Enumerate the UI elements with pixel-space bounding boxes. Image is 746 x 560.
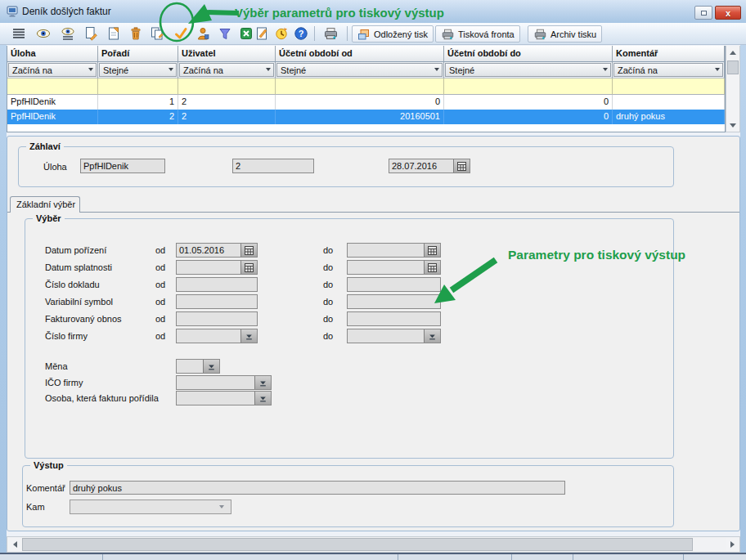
user-icon[interactable] (195, 25, 211, 42)
calendar-icon (457, 162, 466, 171)
column-header-uzivatel[interactable]: Uživatel (178, 46, 276, 62)
view-detail-icon[interactable] (60, 25, 76, 42)
kam-label: Kam (26, 502, 45, 512)
grid-vertical-scrollbar[interactable] (726, 46, 740, 132)
datum-splatnosti-od-field[interactable] (176, 260, 258, 275)
filter-input-ucetni-obdobi-od[interactable] (276, 78, 444, 95)
od-label: od (155, 297, 165, 307)
print-icon[interactable] (322, 25, 339, 42)
filter-operator-uloha[interactable]: Začíná na (7, 62, 98, 78)
scrollbar-thumb[interactable] (727, 60, 739, 74)
komentar-field[interactable]: druhý pokus (70, 481, 565, 495)
table-cell-selected[interactable]: 20160501 (276, 110, 444, 124)
lookup-button[interactable] (254, 392, 271, 405)
edit-document-icon[interactable] (106, 25, 122, 42)
filter-input-komentar[interactable] (613, 78, 725, 95)
filter-input-ucetni-obdobi-do[interactable] (444, 78, 613, 95)
view-icon[interactable] (35, 25, 52, 42)
osoba-field[interactable] (176, 391, 272, 405)
calendar-button[interactable] (424, 261, 440, 274)
filter-icon[interactable] (217, 25, 233, 42)
scroll-right-button[interactable] (726, 538, 739, 551)
variabilni-symbol-do-field[interactable] (347, 294, 441, 309)
excel-export-icon[interactable] (238, 25, 254, 42)
task-date-field[interactable]: 28.07.2016 (389, 159, 470, 173)
lookup-button[interactable] (254, 376, 271, 389)
datum-splatnosti-do-field[interactable] (347, 260, 441, 275)
lookup-button[interactable] (424, 329, 440, 343)
cislo-firmy-do-field[interactable] (347, 329, 441, 343)
column-header-ucetni-obdobi-do[interactable]: Účetní období do (444, 46, 613, 62)
copy-document-icon[interactable] (149, 25, 165, 42)
confirm-icon[interactable] (173, 25, 189, 42)
help-icon[interactable]: ? (293, 25, 309, 42)
close-button[interactable]: x (715, 6, 741, 20)
print-archive-button[interactable]: Archiv tisku (528, 25, 602, 43)
table-cell-selected[interactable]: 2 (178, 110, 276, 124)
fakturovany-obnos-od-field[interactable] (176, 311, 258, 326)
filter-operator-ucetni-obdobi-do[interactable]: Stejné (444, 62, 613, 78)
table-cell-selected[interactable]: PpfHlDenik (7, 110, 98, 124)
chevron-down-icon (266, 68, 271, 71)
cislo-dokladu-do-field[interactable] (347, 277, 441, 292)
tab-zakladni-vyber[interactable]: Základní výběr (10, 196, 80, 213)
od-label: od (155, 245, 165, 255)
table-cell[interactable]: 1 (98, 95, 178, 110)
table-cell-selected[interactable]: 0 (444, 110, 613, 124)
datum-porizeni-od-field[interactable]: 01.05.2016 (176, 243, 258, 258)
scrollbar-thumb[interactable] (22, 538, 693, 551)
filter-operator-komentar[interactable]: Začíná na (613, 62, 725, 78)
lookup-button[interactable] (203, 360, 219, 373)
calendar-button[interactable] (424, 244, 440, 257)
filter-input-poradi[interactable] (98, 78, 178, 95)
cislo-firmy-od-field[interactable] (176, 329, 258, 343)
restore-button[interactable] (694, 6, 712, 20)
table-cell[interactable]: PpfHlDenik (7, 95, 98, 110)
column-header-poradi[interactable]: Pořadí (98, 46, 178, 62)
scroll-left-button[interactable] (8, 538, 21, 551)
print-queue-button[interactable]: Tisková fronta (435, 25, 520, 43)
column-header-komentar[interactable]: Komentář (613, 46, 725, 62)
scroll-up-button[interactable] (726, 46, 739, 59)
new-document-icon[interactable] (83, 25, 99, 42)
deferred-print-button[interactable]: Odložený tisk (352, 25, 434, 43)
table-cell-selected[interactable]: druhý pokus (613, 110, 725, 124)
protocol-icon[interactable] (254, 25, 270, 42)
mena-field[interactable] (176, 359, 220, 374)
calendar-button[interactable] (240, 261, 257, 274)
task-order-field[interactable]: 2 (232, 159, 314, 173)
column-header-uloha[interactable]: Úloha (7, 46, 98, 62)
datum-porizeni-do-field[interactable] (347, 243, 441, 258)
cislo-dokladu-od-field[interactable] (176, 277, 258, 292)
range-row-label: Datum splatnosti (45, 262, 112, 272)
restore-icon (701, 11, 707, 16)
filter-input-uloha[interactable] (7, 78, 98, 95)
od-label: od (155, 280, 165, 289)
filter-operator-uzivatel[interactable]: Začíná na (178, 62, 276, 78)
horizontal-scrollbar[interactable] (7, 536, 740, 553)
list-icon[interactable] (11, 25, 27, 42)
task-name-field[interactable]: PpfHlDenik (80, 159, 165, 173)
variabilni-symbol-od-field[interactable] (176, 294, 258, 309)
table-cell[interactable]: 2 (178, 95, 276, 110)
table-cell[interactable]: 0 (444, 95, 613, 110)
table-cell[interactable] (613, 95, 725, 110)
filter-input-uzivatel[interactable] (178, 78, 276, 95)
print-archive-icon (533, 28, 547, 41)
lookup-button[interactable] (240, 329, 257, 343)
calendar-button[interactable] (240, 244, 257, 257)
column-header-ucetni-obdobi-od[interactable]: Účetní období od (276, 46, 444, 62)
filter-operator-poradi[interactable]: Stejné (98, 62, 178, 78)
delete-icon[interactable] (128, 25, 144, 42)
kam-dropdown[interactable] (70, 500, 231, 514)
filter-operator-ucetni-obdobi-od[interactable]: Stejné (276, 62, 444, 78)
table-cell-selected[interactable]: 2 (98, 110, 178, 124)
toolbar-separator (314, 26, 315, 41)
history-icon[interactable] (273, 25, 290, 42)
grid-empty-area (7, 124, 725, 132)
ico-firmy-field[interactable] (176, 375, 272, 390)
calendar-button[interactable] (453, 159, 470, 172)
scroll-down-button[interactable] (726, 119, 739, 132)
fakturovany-obnos-do-field[interactable] (347, 311, 441, 326)
table-cell[interactable]: 0 (276, 95, 444, 110)
